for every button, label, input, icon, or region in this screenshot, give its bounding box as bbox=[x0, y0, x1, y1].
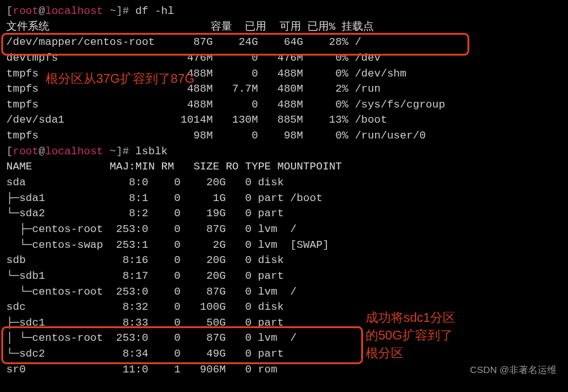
df-row: /dev/sda1 1014M 130M 885M 13% /boot bbox=[6, 113, 562, 128]
lsblk-row: ├─sda1 8:1 0 1G 0 part /boot bbox=[6, 191, 562, 207]
annotation-sdc1-expand: 成功将sdc1分区 的50G扩容到了 根分区 bbox=[366, 309, 455, 362]
prompt-df: [root@localhost ~]# df -hl bbox=[6, 4, 562, 20]
lsblk-row: └─centos-root 253:0 0 87G 0 lvm / bbox=[6, 285, 562, 300]
lsblk-row: └─centos-swap 253:1 0 2G 0 lvm [SWAP] bbox=[6, 238, 562, 254]
prompt-user: root bbox=[13, 5, 39, 17]
terminal-window: 根分区从37G扩容到了87G 成功将sdc1分区 的50G扩容到了 根分区 [r… bbox=[0, 0, 568, 381]
watermark-text: CSDN @非著名运维 bbox=[470, 363, 557, 377]
lsblk-header-row: NAME MAJ:MIN RM SIZE RO TYPE MOUNTPOINT bbox=[6, 159, 562, 175]
prompt-host: localhost bbox=[45, 145, 103, 157]
annotation-line1: 成功将sdc1分区 bbox=[366, 310, 455, 324]
df-row: tmpfs 98M 0 98M 0% /run/user/0 bbox=[6, 128, 562, 144]
lsblk-row: sda 8:0 0 20G 0 disk bbox=[6, 175, 562, 191]
lsblk-row: sdb 8:16 0 20G 0 disk bbox=[6, 253, 562, 269]
prompt-lsblk: [root@localhost ~]# lsblk bbox=[6, 144, 562, 160]
lsblk-row: └─sdb1 8:17 0 20G 0 part bbox=[6, 269, 562, 285]
annotation-line2: 的50G扩容到了 bbox=[366, 328, 453, 342]
annotation-line3: 根分区 bbox=[366, 346, 404, 360]
prompt-user: root bbox=[13, 145, 39, 157]
command-df: df -hl bbox=[135, 5, 174, 17]
lsblk-row: └─sda2 8:2 0 19G 0 part bbox=[6, 206, 562, 222]
lsblk-row: ├─centos-root 253:0 0 87G 0 lvm / bbox=[6, 222, 562, 238]
highlight-box-root-df bbox=[1, 33, 469, 56]
annotation-root-expand: 根分区从37G扩容到了87G bbox=[46, 70, 195, 88]
command-lsblk: lsblk bbox=[135, 145, 168, 157]
prompt-host: localhost bbox=[45, 5, 103, 17]
df-row: tmpfs 488M 0 488M 0% /sys/fs/cgroup bbox=[6, 97, 562, 113]
lsblk-row: sdc 8:32 0 100G 0 disk bbox=[6, 300, 562, 315]
highlight-box-sdc1 bbox=[1, 326, 363, 364]
